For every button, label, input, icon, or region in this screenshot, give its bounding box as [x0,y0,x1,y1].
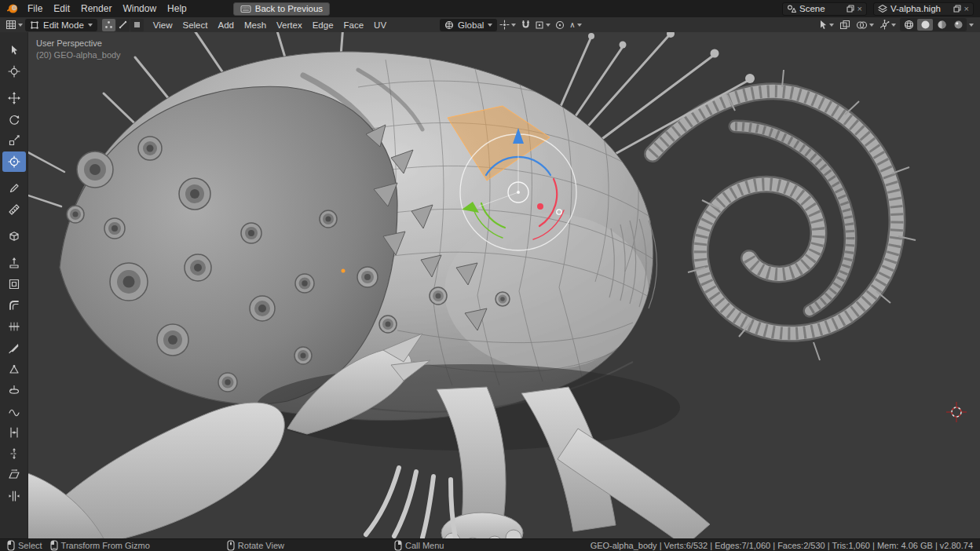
tool-shelf [0,32,28,538]
chevron-down-icon [577,24,582,27]
pivot-icon [499,20,510,30]
blender-window: File Edit Render Window Help Back to Pre… [0,0,980,551]
wireframe-shading-button[interactable] [901,19,916,31]
xray-icon [839,20,850,30]
xray-toggle-button[interactable] [838,19,852,31]
tool-poly-build[interactable] [2,359,26,379]
menu-window[interactable]: Window [117,0,162,17]
close-icon[interactable]: × [964,4,969,13]
material-shading-button[interactable] [934,19,949,31]
menu-face[interactable]: Face [339,20,369,30]
tool-knife[interactable] [2,338,26,358]
solid-shading-icon [920,20,931,30]
globe-icon [444,20,454,30]
tool-rotate[interactable] [2,109,26,130]
chevron-down-icon [546,24,550,27]
view-layer-selector[interactable]: V-alpha.high × [873,2,974,16]
falloff-icon: ∧ [569,20,575,29]
viewport-header: Edit Mode View Select Add Mesh [0,17,980,32]
tool-extrude-region[interactable] [2,253,26,273]
scene-statistics: GEO-alpha_body | Verts:6/532 | Edges:7/1… [591,541,973,550]
tool-loop-cut[interactable] [2,316,26,337]
mouse-right-icon [394,540,402,551]
mouse-left-icon [7,540,15,551]
duplicate-icon[interactable] [953,5,961,13]
back-to-previous-label: Back to Previous [255,4,323,13]
pivot-point-dropdown[interactable] [498,19,517,31]
snap-target-icon [535,20,544,30]
tool-tweak-select[interactable] [2,40,26,60]
mode-label: Edit Mode [43,20,84,30]
menu-render[interactable]: Render [75,0,117,17]
edge-select-mode-button[interactable] [116,19,130,31]
blender-logo[interactable] [5,2,20,16]
editor-type-button[interactable] [4,19,24,31]
shading-mode-group [900,18,967,31]
viewport-3d[interactable]: User Perspective (20) GEO-alpha_body [28,32,980,538]
tool-move[interactable] [2,88,26,108]
menu-file[interactable]: File [22,0,48,17]
vertex-select-mode-button[interactable] [102,19,115,31]
menu-edge[interactable]: Edge [308,20,338,30]
menu-select[interactable]: Select [178,20,213,30]
tool-add-cube[interactable] [2,226,26,246]
tool-inset-faces[interactable] [2,274,26,294]
transform-orientation-dropdown[interactable]: Global [440,19,497,31]
material-shading-icon [937,20,947,30]
tool-annotate[interactable] [2,178,26,199]
duplicate-icon[interactable] [847,5,854,13]
menu-add[interactable]: Add [213,20,238,30]
proportional-falloff-dropdown[interactable]: ∧ [568,19,583,31]
gizmo-icon [879,20,890,30]
view-layer-name: V-alpha.high [890,4,950,13]
proportional-editing-toggle[interactable] [553,19,567,31]
menu-view[interactable]: View [148,20,177,30]
menu-vertex[interactable]: Vertex [272,20,307,30]
overlays-dropdown[interactable] [854,19,876,31]
rendered-shading-icon [953,20,964,30]
snap-toggle-button[interactable] [518,19,532,31]
chevron-down-icon [511,24,516,27]
chevron-down-icon [88,24,93,27]
magnet-icon [521,20,531,30]
tool-shear[interactable] [2,465,26,485]
solid-shading-button[interactable] [917,19,933,31]
gizmos-dropdown[interactable] [878,19,898,31]
tool-scale[interactable] [2,130,26,151]
topbar: File Edit Render Window Help Back to Pre… [0,0,980,17]
tool-edge-slide[interactable] [2,422,26,443]
back-to-previous-button[interactable]: Back to Previous [233,2,330,16]
wireframe-shading-icon [904,20,914,30]
mode-dropdown[interactable]: Edit Mode [25,19,97,31]
tool-smooth[interactable] [2,401,26,421]
scene-selector[interactable]: Scene × [782,2,867,16]
overlays-icon [856,20,868,30]
active-vertex[interactable] [342,269,346,273]
topbar-right: Scene × V-alpha.high × [782,2,975,16]
status-bar: Select Transform From Gizmo Rotate View … [0,538,980,551]
tool-cursor[interactable] [2,61,26,82]
mouse-middle-icon [227,540,235,551]
tool-measure[interactable] [2,199,26,220]
tool-spin[interactable] [2,380,26,400]
face-select-mode-button[interactable] [130,19,144,31]
menu-mesh[interactable]: Mesh [240,20,271,30]
chevron-down-icon [869,24,874,27]
snap-target-dropdown[interactable] [533,19,552,31]
chevron-down-icon[interactable] [969,24,974,27]
chevron-down-icon [829,24,834,27]
pointer-icon [818,20,828,30]
tool-bevel[interactable] [2,295,26,316]
menu-uv[interactable]: UV [369,20,391,30]
hint-call-menu: Call Menu [394,540,444,551]
select-visibility-dropdown[interactable] [817,19,836,31]
vertex-mode-icon [104,20,113,29]
menu-help[interactable]: Help [162,0,192,17]
tool-shrink-fatten[interactable] [2,443,26,464]
tool-transform[interactable] [2,151,26,172]
menu-edit[interactable]: Edit [48,0,75,17]
close-icon[interactable]: × [858,4,862,13]
tool-rip-region[interactable] [2,486,26,506]
face-mode-icon [133,20,141,29]
rendered-shading-button[interactable] [950,19,966,31]
